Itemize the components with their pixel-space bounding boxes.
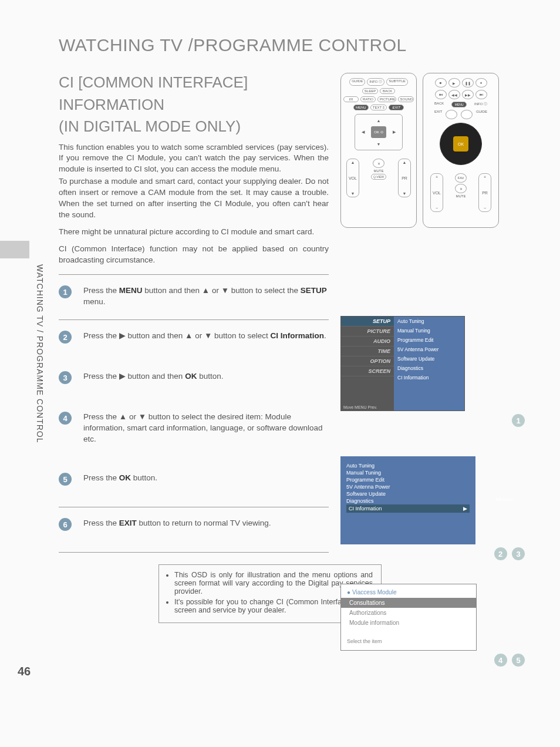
osd3-header: ●Viaccess Module (341, 587, 476, 598)
osd2-item: Auto Tuning (346, 462, 470, 469)
osd1-item: Programme Edit (394, 335, 464, 345)
btn-qview: Q.VIEW (371, 174, 386, 180)
step-number-3: 3 (59, 371, 72, 384)
exit-label: EXIT (434, 110, 442, 119)
osd1-item: Software Update (394, 354, 464, 364)
btn-fav: FAV (455, 173, 467, 183)
osd2-active-item: CI Information▶ (346, 504, 470, 513)
btn-menu-2: MENU (451, 102, 467, 107)
dpad-up-icon: ▲ (371, 115, 387, 126)
osd2-item: Diagnostics (346, 497, 470, 504)
step-text-3: Press the ▶ button and then OK button. (83, 371, 223, 384)
osd1-audio: AUDIO (341, 337, 394, 346)
osd1-time: TIME (341, 346, 394, 356)
btn-ok: OK ⊙ (371, 126, 387, 138)
osd1-footer: Move MENU Prev. (341, 404, 379, 410)
step-text-6: Press the EXIT button to return to norma… (83, 518, 329, 529)
step-5: 5 Press the OK button. (59, 467, 329, 507)
osd1-items: Auto Tuning Manual Tuning Programme Edit… (394, 317, 464, 410)
btn-text: TEXT ≡ (370, 105, 387, 110)
btn-menu: MENU (353, 105, 369, 110)
btn-back: BACK (380, 88, 395, 94)
step-2: 2 Press the ▶ button and then ▲ or ▼ but… (59, 319, 329, 365)
step-1: 1 Press the MENU button and then ▲ or ▼ … (59, 274, 329, 319)
osd1-setup: SETUP (341, 317, 394, 327)
btn-subtitle: SUBTITLE (386, 78, 408, 86)
intro-para-3: There might be unnatural picture accordi… (59, 227, 329, 238)
step-number-5: 5 (59, 473, 72, 486)
dpad-2: OK (440, 123, 482, 165)
dpad-1: ▲ ◀ OK ⊙ ▶ ▼ (355, 114, 403, 150)
pr-rocker-2: +PR− (478, 173, 491, 212)
chevron-right-icon: ▶ (463, 506, 467, 512)
osd-menu-1: SETUP PICTURE AUDIO TIME OPTION SCREEN A… (340, 316, 465, 411)
intro-para-2: To purchase a module and smart card, con… (59, 176, 329, 221)
btn-mute-2-icon: ✕ (455, 184, 467, 193)
osd3-footer: Select the item (341, 635, 476, 648)
media-record-icon: ● (475, 78, 487, 88)
page-title: WATCHING TV /PROGRAMME CONTROL (59, 35, 525, 55)
osd3-item: Authorizations (341, 608, 476, 618)
step-text-1: Press the MENU button and then ▲ or ▼ bu… (83, 285, 329, 308)
marker-4: 4 (494, 654, 507, 667)
btn-mute-icon: ✕ (373, 159, 384, 168)
dpad-right-icon: ▶ (386, 126, 402, 138)
btn-ratio: RATIO (360, 96, 376, 102)
dpad-left-icon: ◀ (355, 126, 371, 138)
step-number-4: 4 (59, 412, 72, 425)
remote-1: GUIDE INFO ⓘ SUBTITLE SLEEP BACK I/II RA… (340, 73, 417, 228)
steps-list: 1 Press the MENU button and then ▲ or ▼ … (59, 274, 329, 553)
media-next-icon: ⏭ (475, 90, 487, 99)
vol-rocker: ▲VOL▼ (346, 159, 359, 197)
osd1-item: 5V Antenna Power (394, 345, 464, 354)
osd-menu-2: Auto Tuning Manual Tuning Programme Edit… (340, 456, 475, 544)
info-label: INFO ⓘ (474, 102, 487, 107)
osd3-item: Module information (341, 618, 476, 628)
marker-2: 2 (494, 547, 507, 560)
step-6: 6 Press the EXIT button to return to nor… (59, 507, 329, 553)
step-number-6: 6 (59, 518, 72, 531)
remote-2: ■ ▶ ❚❚ ● ⏮ ◀◀ ▶▶ ⏭ BACK MENU INFO ⓘ (423, 73, 499, 228)
step-number-1: 1 (59, 285, 72, 298)
osd1-categories: SETUP PICTURE AUDIO TIME OPTION SCREEN (341, 317, 394, 410)
btn-guide: GUIDE (349, 78, 365, 86)
page-number: 46 (18, 665, 31, 678)
btn-exit: EXIT (389, 105, 404, 110)
osd1-item: Auto Tuning (394, 317, 464, 326)
osd1-picture: PICTURE (341, 327, 394, 337)
pr-rocker: ▲PR▼ (398, 159, 411, 197)
blank-round-1 (446, 110, 457, 119)
osd1-item: Diagnostics (394, 364, 464, 373)
btn-i-ii: I/II (343, 96, 359, 102)
btn-sleep: SLEEP (362, 88, 378, 94)
step-text-4: Press the ▲ or ▼ button to select the de… (83, 412, 329, 445)
media-prev-icon: ⏮ (435, 90, 447, 99)
remote-illustrations: GUIDE INFO ⓘ SUBTITLE SLEEP BACK I/II RA… (340, 73, 525, 228)
marker-1: 1 (512, 414, 525, 427)
dpad-down-icon: ▼ (371, 138, 387, 150)
btn-ok-2: OK (453, 136, 468, 152)
osd1-option: OPTION (341, 356, 394, 366)
guide-label: GUIDE (476, 110, 487, 119)
step-text-5: Press the OK button. (83, 473, 329, 484)
media-stop-icon: ■ (435, 78, 447, 88)
osd3-item-selected: Consultations (341, 598, 476, 608)
intro-para-1: This function enables you to watch some … (59, 142, 329, 176)
step-3: 3 Press the ▶ button and then OK button. (59, 365, 329, 406)
osd1-item: Manual Tuning (394, 326, 464, 335)
step-number-2: 2 (59, 331, 72, 344)
btn-picture: PICTURE (377, 96, 396, 102)
osd2-item: 5V Antenna Power (346, 483, 470, 490)
osd1-item: CI Information (394, 373, 464, 382)
osd2-item: Software Update (346, 490, 470, 497)
side-tab (0, 241, 29, 258)
osd1-screen: SCREEN (341, 366, 394, 376)
osd2-item: Programme Edit (346, 476, 470, 483)
marker-5: 5 (512, 654, 525, 667)
section-heading-line3: (IN DIGITAL MODE ONLY) (59, 117, 329, 136)
step-text-2: Press the ▶ button and then ▲ or ▼ butto… (83, 331, 326, 344)
media-ff-icon: ▶▶ (462, 90, 474, 99)
vol-rocker-2: +VOL− (430, 173, 443, 212)
media-rew-icon: ◀◀ (448, 90, 460, 99)
osd2-module-label: Module (495, 496, 513, 502)
